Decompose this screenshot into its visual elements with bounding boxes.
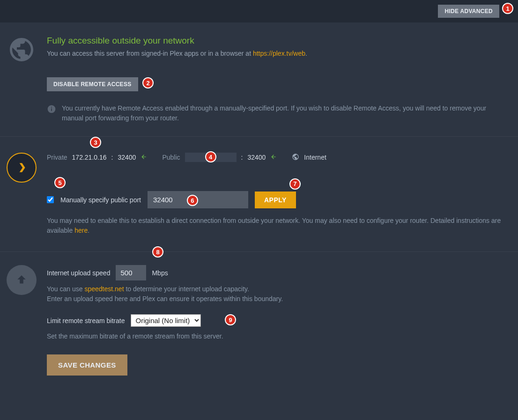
port-instructions-link[interactable]: here: [74, 227, 88, 234]
private-label: Private: [47, 154, 67, 161]
upload-hint-prefix: You can use: [47, 285, 84, 293]
upload-icon: [7, 265, 37, 295]
upload-speed-input[interactable]: [116, 265, 146, 280]
annotation-badge-3: 3: [90, 137, 101, 148]
internet-globe-icon: [292, 153, 299, 162]
bitrate-select[interactable]: Original (No limit): [131, 314, 201, 327]
annotation-badge-7: 7: [289, 178, 301, 190]
colon-1: :: [111, 154, 113, 161]
upload-hint-suffix: to determine your internet upload capaci…: [124, 285, 249, 293]
upload-speed-unit: Mbps: [152, 269, 168, 277]
port-hint-prefix: You may need to enable this to establish…: [47, 217, 501, 234]
remote-access-info-text: You currently have Remote Access enabled…: [62, 103, 509, 123]
private-ip: 172.21.0.16: [72, 154, 107, 161]
globe-icon: [7, 36, 37, 66]
disable-remote-access-button[interactable]: DISABLE REMOTE ACCESS: [47, 77, 138, 91]
colon-2: :: [241, 154, 243, 161]
access-description: You can access this server from signed-i…: [47, 49, 509, 59]
bitrate-label: Limit remote stream bitrate: [47, 317, 125, 324]
public-ip-redacted: 4: [185, 153, 237, 162]
public-port-input[interactable]: [148, 191, 248, 208]
upload-speed-label: Internet upload speed: [47, 269, 110, 277]
annotation-badge-4: 4: [205, 151, 216, 162]
manual-port-checkbox[interactable]: [47, 196, 54, 203]
private-port: 32400: [118, 154, 136, 161]
hide-advanced-button[interactable]: HIDE ADVANCED: [438, 5, 499, 18]
plex-logo-icon: [7, 153, 37, 183]
public-port: 32400: [247, 154, 266, 161]
svg-rect-2: [51, 107, 52, 108]
internet-label: Internet: [304, 154, 326, 161]
speedtest-link[interactable]: speedtest.net: [84, 285, 124, 293]
info-icon: [47, 104, 56, 114]
access-desc-suffix: .: [305, 50, 307, 57]
annotation-badge-1: 1: [502, 3, 513, 14]
arrow-left-icon-2: [270, 154, 277, 162]
annotation-badge-2: 2: [142, 77, 154, 88]
plex-web-link[interactable]: https://plex.tv/web: [253, 50, 305, 57]
port-hint: You may need to enable this to establish…: [47, 216, 509, 236]
save-changes-button[interactable]: SAVE CHANGES: [47, 354, 127, 376]
public-label: Public: [162, 154, 180, 161]
bitrate-hint: Set the maximum bitrate of a remote stre…: [47, 332, 509, 341]
arrow-left-icon: [141, 154, 147, 162]
annotation-badge-9: 9: [225, 314, 236, 325]
upload-hint-line2: Enter an upload speed here and Plex can …: [47, 295, 283, 302]
annotation-badge-5: 5: [54, 177, 66, 188]
access-title: Fully accessible outside your network: [47, 36, 509, 46]
apply-button[interactable]: APPLY: [255, 192, 296, 208]
port-hint-suffix: .: [88, 227, 89, 234]
manual-port-label[interactable]: Manually specify public port: [60, 196, 141, 204]
access-desc-prefix: You can access this server from signed-i…: [47, 50, 253, 57]
upload-hint: You can use speedtest.net to determine y…: [47, 284, 509, 304]
svg-rect-1: [51, 108, 52, 111]
